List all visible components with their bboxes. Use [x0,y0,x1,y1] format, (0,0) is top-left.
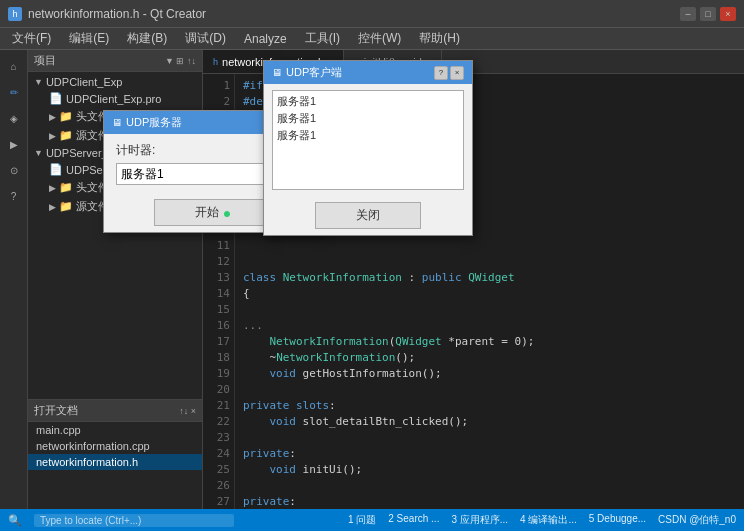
tree-item-udpclient-pro[interactable]: 📄 UDPClient_Exp.pro [28,90,202,107]
menu-build[interactable]: 构建(B) [119,28,175,49]
folder-icon: 📁 [59,110,73,123]
client-dialog-title-bar: 🖥 UDP客户端 ? × [264,61,472,84]
arrow-icon: ▶ [49,183,56,193]
client-dialog-controls: ? × [434,66,464,80]
menu-help[interactable]: 帮助(H) [411,28,468,49]
status-items: 1 问题 2 Search ... 3 应用程序... 4 编译输出... 5 … [348,513,736,527]
file-icon: 📄 [49,163,63,176]
menu-debug[interactable]: 调试(D) [177,28,234,49]
open-files-header: 打开文档 ↑↓ × [28,400,202,422]
sidebar-item-debug[interactable]: ▶ [2,132,26,156]
client-dialog-close[interactable]: × [450,66,464,80]
open-file-networkinformation-h[interactable]: networkinformation.h [28,454,202,470]
sidebar-icons: ⌂ ✏ ◈ ▶ ⊙ ? [0,50,28,509]
file-label: networkinformation.cpp [36,440,150,452]
status-problems[interactable]: 1 问题 [348,513,376,527]
close-button[interactable]: × [720,7,736,21]
arrow-icon: ▶ [49,112,56,122]
file-label: networkinformation.h [36,456,138,468]
arrow-icon: ▼ [34,148,43,158]
folder-icon: 📁 [59,181,73,194]
minimize-button[interactable]: – [680,7,696,21]
list-item: 服务器1 [277,127,459,144]
start-button[interactable]: 开始 ● [154,199,272,226]
close-label: 关闭 [356,207,380,224]
client-dialog-footer: 关闭 [264,196,472,235]
udp-client-dialog[interactable]: 🖥 UDP客户端 ? × 服务器1 服务器1 服务器1 关闭 [263,60,473,236]
folder-icon: 📁 [59,200,73,213]
status-compile[interactable]: 4 编译输出... [520,513,577,527]
menu-edit[interactable]: 编辑(E) [61,28,117,49]
sidebar-item-edit[interactable]: ✏ [2,80,26,104]
editor-area: h networkinformation.h × ≡ initUi(): voi… [203,50,744,509]
server-dialog-icon: 🖥 [112,117,122,128]
arrow-icon: ▶ [49,131,56,141]
client-dialog-title: UDP客户端 [286,65,430,80]
project-title: 项目 [34,53,56,68]
client-dialog-question[interactable]: ? [434,66,448,80]
maximize-button[interactable]: □ [700,7,716,21]
status-debugger[interactable]: 5 Debugge... [589,513,646,527]
menu-file[interactable]: 文件(F) [4,28,59,49]
menu-analyze[interactable]: Analyze [236,30,295,48]
start-icon: ● [223,205,231,221]
status-bar: 🔍 Type to locate (Ctrl+...) 1 问题 2 Searc… [0,509,744,531]
tree-item-label: UDPClient_Exp.pro [66,93,161,105]
server-dialog-title: UDP服务器 [126,115,280,130]
folder-icon: 📁 [59,129,73,142]
window-controls: – □ × [680,7,736,21]
title-bar: h networkinformation.h - Qt Creator – □ … [0,0,744,28]
file-label: main.cpp [36,424,81,436]
status-user: CSDN @伯特_n0 [658,513,736,527]
status-search[interactable]: 2 Search ... [388,513,439,527]
file-icon: 📄 [49,92,63,105]
open-files-title: 打开文档 [34,403,78,418]
sidebar-item-welcome[interactable]: ⌂ [2,54,26,78]
window-title: networkinformation.h - Qt Creator [28,7,674,21]
menu-controls[interactable]: 控件(W) [350,28,409,49]
list-item: 服务器1 [277,93,459,110]
main-layout: ⌂ ✏ ◈ ▶ ⊙ ? 项目 ▼ ⊞ ↑↓ ▼ UDPClient_Exp 📄 … [0,50,744,509]
start-label: 开始 [195,204,219,221]
client-message-list: 服务器1 服务器1 服务器1 [272,90,464,190]
project-header: 项目 ▼ ⊞ ↑↓ [28,50,202,72]
search-icon: 🔍 [8,514,22,527]
sidebar-item-help[interactable]: ? [2,184,26,208]
search-box[interactable]: Type to locate (Ctrl+...) [34,514,234,527]
close-client-button[interactable]: 关闭 [315,202,421,229]
open-file-networkinformation-cpp[interactable]: networkinformation.cpp [28,438,202,454]
list-item: 服务器1 [277,110,459,127]
open-files-panel: 打开文档 ↑↓ × main.cpp networkinformation.cp… [28,399,202,509]
app-icon: h [8,7,22,21]
status-app[interactable]: 3 应用程序... [451,513,508,527]
client-dialog-icon: 🖥 [272,67,282,78]
search-placeholder: Type to locate (Ctrl+...) [40,515,141,526]
tree-item-udpclient-exp[interactable]: ▼ UDPClient_Exp [28,74,202,90]
menu-bar: 文件(F) 编辑(E) 构建(B) 调试(D) Analyze 工具(I) 控件… [0,28,744,50]
tree-item-label: UDPClient_Exp [46,76,122,88]
open-file-main-cpp[interactable]: main.cpp [28,422,202,438]
menu-tools[interactable]: 工具(I) [297,28,348,49]
sidebar-item-test[interactable]: ⊙ [2,158,26,182]
arrow-icon: ▼ [34,77,43,87]
sidebar-item-design[interactable]: ◈ [2,106,26,130]
arrow-icon: ▶ [49,202,56,212]
tab-icon: h [213,57,218,67]
